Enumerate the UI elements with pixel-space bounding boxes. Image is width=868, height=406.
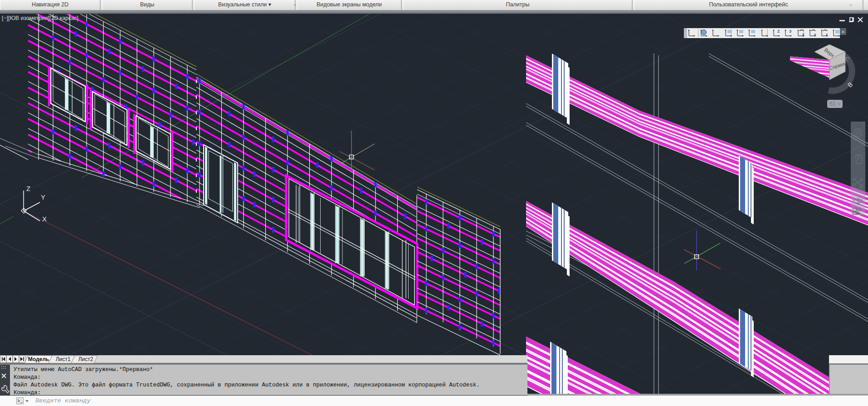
- svg-text:3: 3: [789, 29, 791, 34]
- svg-text:Модель: Модель: [28, 356, 49, 362]
- svg-text:x: x: [842, 29, 844, 34]
- svg-text:Лист2: Лист2: [78, 356, 93, 362]
- svg-text:>_: >_: [17, 399, 23, 404]
- svg-text:z: z: [826, 32, 828, 36]
- svg-text:Y: Y: [41, 193, 45, 201]
- svg-text:X: X: [42, 215, 47, 223]
- svg-text:[−][ЮВ изометрия][2D каркас]: [−][ЮВ изометрия][2D каркас]: [2, 15, 78, 21]
- svg-text:Z: Z: [26, 185, 30, 192]
- svg-text:y: y: [814, 32, 816, 36]
- svg-text:Z: Z: [777, 29, 780, 34]
- svg-text:Лист1: Лист1: [56, 356, 71, 362]
- svg-text:51: 51: [829, 101, 836, 107]
- svg-text:x: x: [802, 32, 805, 36]
